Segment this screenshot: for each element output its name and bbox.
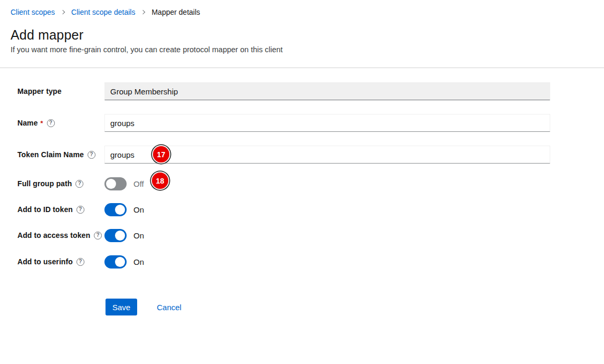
form-actions: Save Cancel: [106, 299, 181, 315]
form-row-add-to-userinfo: Add to userinfo ? On: [17, 253, 144, 271]
cancel-button[interactable]: Cancel: [157, 303, 181, 312]
add-to-userinfo-state: On: [133, 257, 144, 266]
add-to-id-token-label: Add to ID token ?: [17, 205, 104, 214]
form-row-name: Name * ?: [17, 114, 550, 132]
name-label: Name * ?: [17, 119, 104, 127]
toggle-knob: [106, 179, 116, 189]
token-claim-name-label: Token Claim Name ?: [17, 150, 104, 159]
full-group-path-label-text: Full group path: [17, 179, 72, 188]
mapper-type-label-text: Mapper type: [17, 87, 62, 95]
full-group-path-label: Full group path ?: [17, 179, 104, 188]
help-icon[interactable]: ?: [76, 206, 84, 214]
token-claim-name-label-text: Token Claim Name: [17, 150, 84, 159]
mapper-type-input[interactable]: [104, 82, 550, 100]
chevron-right-icon: [141, 10, 145, 14]
page-title: Add mapper: [11, 27, 83, 43]
annotation-mark-18: 18: [152, 173, 168, 189]
add-to-access-token-toggle[interactable]: [104, 229, 127, 242]
name-label-text: Name: [17, 119, 38, 127]
mapper-type-label: Mapper type: [17, 87, 104, 95]
required-indicator: *: [41, 119, 43, 127]
help-icon[interactable]: ?: [76, 258, 84, 266]
add-to-userinfo-toggle[interactable]: [104, 255, 127, 269]
help-icon[interactable]: ?: [75, 180, 83, 188]
full-group-path-state: Off: [133, 179, 144, 188]
toggle-knob: [115, 205, 125, 215]
form-row-mapper-type: Mapper type: [17, 82, 550, 100]
breadcrumb-client-scope-details[interactable]: Client scope details: [71, 8, 135, 16]
form-row-token-claim-name: Token Claim Name ?: [17, 146, 550, 164]
add-to-userinfo-label: Add to userinfo ?: [17, 257, 104, 266]
help-icon[interactable]: ?: [88, 151, 95, 159]
form-row-add-to-id-token: Add to ID token ? On: [17, 200, 144, 218]
annotation-mark-17: 17: [153, 146, 169, 162]
add-to-access-token-label: Add to access token ?: [17, 231, 104, 240]
help-icon[interactable]: ?: [94, 232, 102, 240]
page-subtitle: If you want more fine-grain control, you…: [11, 45, 283, 54]
form-row-full-group-path: Full group path ? Off: [17, 175, 144, 193]
full-group-path-toggle[interactable]: [104, 177, 127, 190]
form-row-add-to-access-token: Add to access token ? On: [17, 226, 144, 244]
name-input[interactable]: [104, 114, 550, 132]
header-divider: [0, 68, 604, 68]
add-to-id-token-state: On: [133, 205, 144, 214]
breadcrumb: Client scopes Client scope details Mappe…: [11, 8, 200, 16]
help-icon[interactable]: ?: [47, 119, 55, 127]
add-to-access-token-label-text: Add to access token: [17, 231, 90, 240]
breadcrumb-mapper-details: Mapper details: [151, 8, 200, 16]
add-to-access-token-state: On: [133, 231, 144, 240]
add-to-id-token-label-text: Add to ID token: [17, 205, 73, 214]
save-button[interactable]: Save: [106, 299, 137, 315]
chevron-right-icon: [61, 10, 65, 14]
breadcrumb-client-scopes[interactable]: Client scopes: [11, 8, 55, 16]
add-to-id-token-toggle[interactable]: [104, 203, 127, 216]
toggle-knob: [115, 231, 125, 241]
token-claim-name-input[interactable]: [104, 146, 550, 164]
add-to-userinfo-label-text: Add to userinfo: [17, 257, 73, 266]
toggle-knob: [115, 257, 125, 267]
